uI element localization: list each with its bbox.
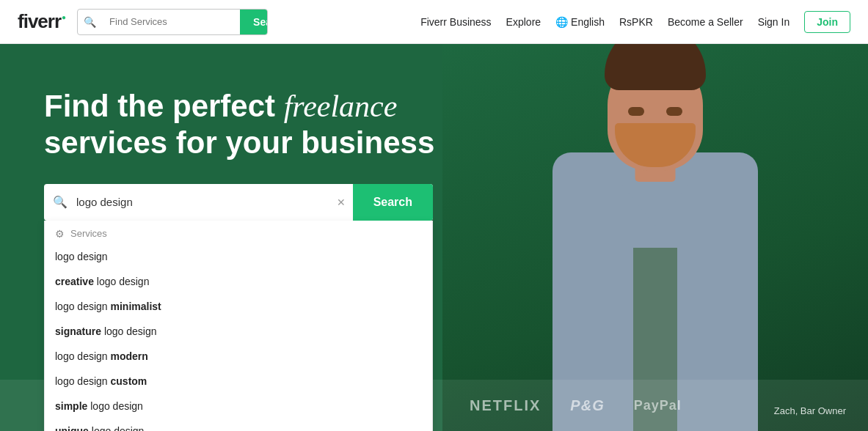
- search-icon: 🔍: [78, 16, 102, 28]
- hero-title-part1: Find the perfect: [44, 89, 284, 123]
- join-button[interactable]: Join: [804, 11, 850, 33]
- hero-person: Zach, Bar Owner: [442, 44, 868, 431]
- nav-search-button[interactable]: Search: [240, 9, 268, 35]
- hero-search-bar: 🔍 ✕ Search: [44, 184, 433, 221]
- sign-in-link[interactable]: Sign In: [758, 16, 790, 28]
- clear-search-icon[interactable]: ✕: [329, 196, 353, 208]
- list-item[interactable]: unique logo design: [45, 419, 432, 431]
- explore-link[interactable]: Explore: [506, 16, 541, 28]
- language-selector[interactable]: 🌐 English: [555, 16, 605, 28]
- brand-logos: NETFLIX P&G PayPal: [470, 397, 682, 414]
- list-item[interactable]: logo design custom: [45, 369, 432, 394]
- hero-search-input[interactable]: [76, 184, 329, 221]
- globe-icon: 🌐: [555, 16, 568, 28]
- hero-search-icon: 🔍: [44, 195, 76, 209]
- fiverr-business-link[interactable]: Fiverr Business: [420, 16, 491, 28]
- dropdown-header: ⚙ Services: [45, 221, 432, 244]
- nav-links: Fiverr Business Explore 🌐 English RsPKR …: [420, 11, 850, 33]
- nav-search-bar: 🔍 Search: [77, 9, 268, 35]
- services-icon: ⚙: [55, 228, 65, 240]
- pg-logo: P&G: [570, 397, 604, 414]
- hero-title-part2: services for your business: [44, 125, 434, 160]
- list-item[interactable]: creative logo design: [45, 269, 432, 294]
- netflix-logo: NETFLIX: [470, 397, 541, 414]
- paypal-logo: PayPal: [634, 398, 682, 413]
- list-item[interactable]: logo design modern: [45, 344, 432, 369]
- logo-text: fiverr: [18, 10, 61, 33]
- search-dropdown: ⚙ Services logo design creative logo des…: [44, 221, 433, 431]
- logo[interactable]: fiverr●: [18, 10, 65, 33]
- list-item[interactable]: signature logo design: [45, 319, 432, 344]
- become-seller-link[interactable]: Become a Seller: [668, 16, 743, 28]
- list-item[interactable]: logo design: [45, 244, 432, 269]
- language-label: English: [571, 16, 605, 28]
- logo-dot: ●: [62, 13, 65, 21]
- hero-search-button[interactable]: Search: [353, 184, 433, 221]
- hero-search-container: 🔍 ✕ Search ⚙ Services logo design creati…: [44, 184, 434, 221]
- hero-title-italic: freelance: [284, 89, 398, 123]
- dropdown-section-label: Services: [70, 228, 107, 239]
- list-item[interactable]: logo design minimalist: [45, 294, 432, 319]
- person-figure: [442, 44, 868, 431]
- nav-search-input[interactable]: [102, 10, 240, 34]
- hero-title: Find the perfect freelanceservices for y…: [44, 88, 434, 162]
- navbar: fiverr● 🔍 Search Fiverr Business Explore…: [0, 0, 868, 44]
- list-item[interactable]: simple logo design: [45, 394, 432, 419]
- hero-content: Find the perfect freelanceservices for y…: [44, 88, 434, 221]
- hero-section: Zach, Bar Owner Find the perfect freelan…: [0, 44, 868, 431]
- currency-link[interactable]: RsPKR: [619, 16, 653, 28]
